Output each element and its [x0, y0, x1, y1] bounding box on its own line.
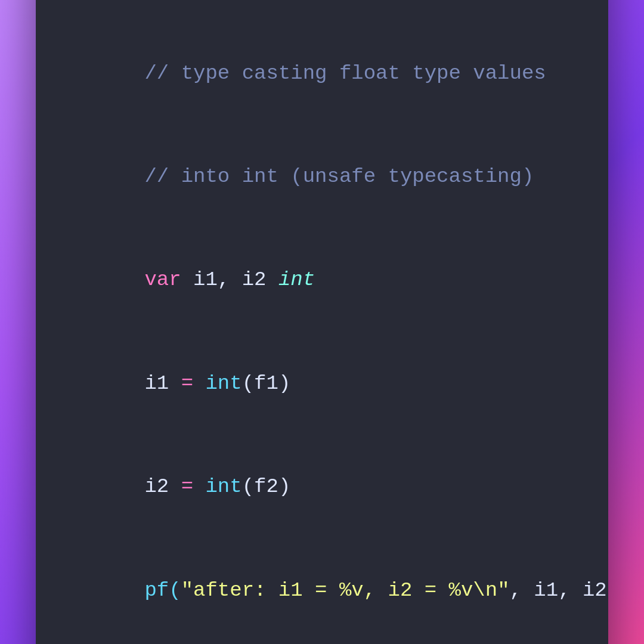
code-line-3: pf("before: f1 = %v, f2 = %v\n", f1, f2): [72, 0, 572, 5]
eq-i1: =: [181, 372, 193, 395]
var-i1: i1: [144, 372, 181, 395]
type-int: int: [278, 268, 315, 291]
fn-int-1: int: [193, 372, 242, 395]
code-line-comment3: // into int (unsafe typecasting): [72, 125, 572, 228]
code-line-8: i2 = int(f2): [72, 435, 572, 538]
fn-int-2: int: [193, 475, 242, 498]
code-line-comment2: // type casting float type values: [72, 22, 572, 125]
comment-into-int: // into int (unsafe typecasting): [144, 165, 534, 188]
spacer-1: [72, 5, 572, 22]
arg-f2: (f2): [242, 475, 291, 498]
str-after: "after: i1 = %v, i2 = %v\n": [181, 579, 510, 602]
eq-i2: =: [181, 475, 193, 498]
vars-i1-i2: i1, i2: [181, 268, 278, 291]
comment-type-casting: // type casting float type values: [144, 62, 546, 85]
keyword-var-2: var: [144, 268, 181, 291]
pf-args-2: , i1, i2): [510, 579, 608, 602]
var-i2: i2: [144, 475, 181, 498]
code-area: // float type variables var f1, f2 float…: [36, 0, 608, 644]
code-line-7: i1 = int(f1): [72, 332, 572, 435]
code-line-9: pf("after: i1 = %v, i2 = %v\n", i1, i2): [72, 539, 572, 642]
fn-pf-2: pf(: [144, 579, 181, 602]
arg-f1: (f1): [242, 372, 291, 395]
code-line-6: var i1, i2 int: [72, 229, 572, 332]
code-window: // float type variables var f1, f2 float…: [36, 0, 608, 644]
